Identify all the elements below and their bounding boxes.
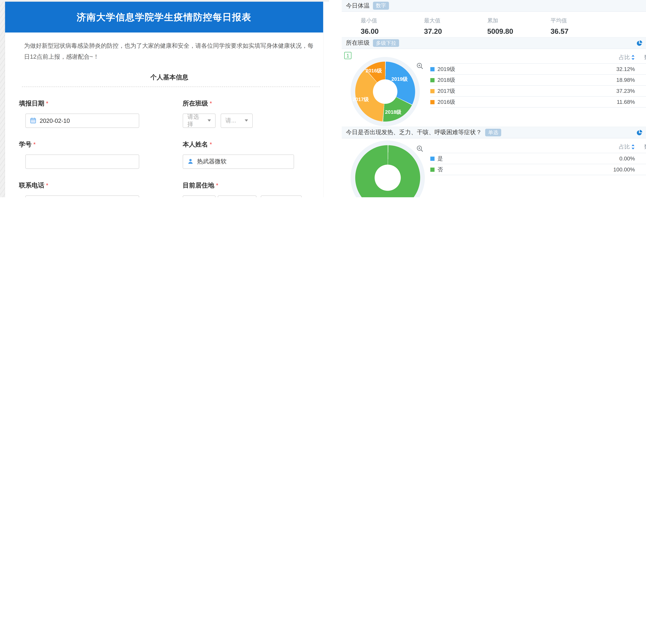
chart-title: 所在班级	[346, 39, 369, 47]
person-icon	[187, 158, 194, 165]
page: 济南大学信息学院学生疫情防控每日报表 为做好新型冠状病毒感染肺炎的防控，也为了大…	[0, 0, 646, 197]
legend-header: 占比 数量	[430, 52, 646, 63]
slice-label: 2016级	[366, 67, 382, 75]
name-value: 热武器微软	[197, 158, 227, 166]
legend-row: 2019级 32.12% 44	[430, 63, 646, 74]
legend-row: 2017级 37.23% 51	[430, 85, 646, 96]
class-select-level1[interactable]: 请选择	[183, 113, 216, 128]
date-label: 填报日期	[19, 100, 44, 107]
student-id-input[interactable]	[25, 154, 139, 169]
report-date-value: 2020-02-10	[40, 117, 70, 124]
field-type-badge: 数字	[373, 2, 389, 10]
name-label: 本人姓名	[183, 141, 208, 148]
form-header: 济南大学信息学院学生疫情防控每日报表	[5, 2, 323, 32]
section-header: 今日是否出现发热、乏力、干咳、呼吸困难等症状？ 单选	[342, 127, 646, 139]
required-asterisk: *	[46, 100, 48, 107]
donut-chart[interactable]	[355, 145, 420, 197]
legend-header: 占比 数量	[430, 141, 646, 153]
legend-swatch	[430, 67, 435, 71]
sort-icon	[631, 145, 635, 150]
report-date-input[interactable]: 2020-02-10	[25, 113, 139, 128]
stat-title: 今日体温	[346, 2, 369, 10]
legend-row: 是 0.00% 0	[430, 153, 646, 164]
section-header: 所在班级 多级下拉	[342, 37, 646, 49]
statistics-panel: 今日体温 数字 最小值36.00 最大值37.20 累加5009.80 平均值3…	[342, 0, 646, 197]
zoom-in-icon[interactable]	[416, 145, 424, 153]
calendar-icon	[30, 117, 36, 124]
student-id-label: 学号	[19, 141, 32, 148]
class-label: 所在班级	[183, 100, 208, 107]
stat-min: 最小值36.00	[361, 17, 424, 36]
stat-sum: 累加5009.80	[487, 17, 550, 36]
legend-table: 占比 数量 是 0.00% 0 否 100.00% 137	[430, 141, 646, 175]
city-select[interactable]: 武汉市	[261, 195, 302, 197]
legend-swatch	[430, 100, 435, 104]
phone-label: 联系电话	[19, 181, 44, 189]
legend-row: 2018级 18.98% 26	[430, 74, 646, 85]
form-intro: 为做好新型冠状病毒感染肺炎的防控，也为了大家的健康和安全，请各位同学按要求如实填…	[24, 40, 315, 62]
legend-swatch	[430, 167, 435, 172]
pie-chart-icon[interactable]	[636, 40, 643, 46]
page-background-texture	[0, 0, 329, 2]
stat-avg: 平均值36.57	[550, 17, 614, 36]
divider	[22, 86, 320, 87]
chart-section-class: 所在班级 多级下拉 1 2019级 2018级 2017级 2016级	[342, 37, 646, 126]
section-title-basic: 个人基本信息	[19, 73, 320, 81]
sort-icon	[631, 55, 635, 60]
legend-swatch	[430, 78, 435, 82]
legend-table: 占比 数量 2019级 32.12% 44 2018级 18.98% 26	[430, 52, 646, 107]
slice-label: 2019级	[391, 76, 408, 83]
field-type-badge: 单选	[485, 128, 501, 136]
phone-input[interactable]: 15969656743	[25, 195, 139, 197]
legend-row: 否 100.00% 137	[430, 164, 646, 175]
chevron-down-icon	[208, 119, 211, 122]
report-form-card: 济南大学信息学院学生疫情防控每日报表 为做好新型冠状病毒感染肺炎的防控，也为了大…	[5, 2, 323, 197]
form-title: 济南大学信息学院学生疫情防控每日报表	[77, 11, 251, 23]
count-column-header: 数量	[635, 54, 646, 61]
class-select-level2[interactable]: 请...	[221, 113, 253, 128]
province-select[interactable]: 湖北省	[218, 195, 256, 197]
legend-swatch	[430, 89, 435, 93]
field-type-badge: 多级下拉	[373, 39, 399, 47]
chevron-down-icon	[245, 119, 248, 122]
legend-row: 2016级 11.68% 16	[430, 96, 646, 107]
sort-by-percent[interactable]: 占比	[584, 54, 635, 61]
stat-section-temperature: 今日体温 数字 最小值36.00 最大值37.20 累加5009.80 平均值3…	[342, 0, 646, 37]
stat-max: 最大值37.20	[424, 17, 488, 36]
slice-label: 2018级	[385, 109, 401, 116]
country-field[interactable]: ★ 中国	[183, 195, 216, 197]
chart-title: 今日是否出现发热、乏力、干咳、呼吸困难等症状？	[346, 129, 482, 136]
zoom-in-icon[interactable]	[416, 63, 424, 70]
slice-label: 2017级	[352, 96, 369, 103]
name-input[interactable]: 热武器微软	[183, 154, 294, 169]
page-tab-1[interactable]: 1	[344, 52, 351, 59]
pie-chart-icon[interactable]	[636, 129, 643, 136]
legend-swatch	[430, 157, 435, 161]
residence-label: 目前居住地	[183, 181, 214, 189]
section-header: 今日体温 数字	[342, 0, 646, 12]
chart-section-symptoms: 今日是否出现发热、乏力、干咳、呼吸困难等症状？ 单选 否 占比	[342, 127, 646, 197]
sort-by-percent[interactable]: 占比	[584, 143, 635, 151]
page-background-texture	[0, 0, 5, 197]
